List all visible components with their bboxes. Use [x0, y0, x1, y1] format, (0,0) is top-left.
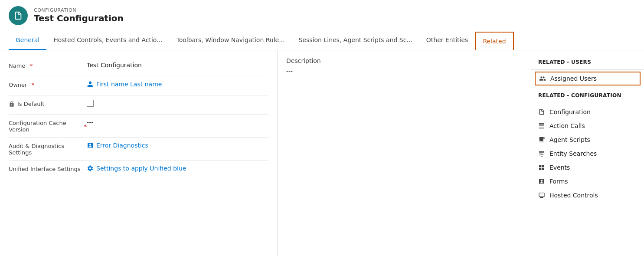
title-group: CONFIGURATION Test Configuration — [34, 7, 124, 23]
related-divider-2 — [531, 103, 644, 103]
agent-scripts-label: Agent Scripts — [549, 136, 590, 143]
app-title: Test Configuration — [34, 13, 124, 23]
hosted-controls-icon — [538, 192, 545, 199]
related-item-agent-scripts[interactable]: Agent Scripts — [531, 133, 644, 147]
configuration-icon — [538, 108, 545, 115]
value-unified[interactable]: Settings to apply Unified blue — [87, 165, 268, 172]
related-section-users: Related - Users — [531, 56, 644, 68]
tab-bar: General Hosted Controls, Events and Acti… — [0, 31, 644, 50]
value-audit[interactable]: Error Diagnostics — [87, 142, 268, 149]
lock-icon — [9, 101, 15, 107]
field-row-name: Name * Test Configuration — [9, 57, 268, 76]
related-item-events[interactable]: Events — [531, 161, 644, 174]
tab-session-lines[interactable]: Session Lines, Agent Scripts and Sc... — [292, 31, 419, 50]
tab-related[interactable]: Related — [475, 32, 513, 50]
related-item-action-calls[interactable]: Action Calls — [531, 119, 644, 133]
events-label: Events — [549, 164, 570, 171]
agent-scripts-icon — [538, 136, 545, 143]
forms-icon — [538, 178, 545, 185]
document-icon — [13, 11, 23, 20]
app-subtitle: CONFIGURATION — [34, 7, 124, 13]
tab-other-entities[interactable]: Other Entities — [419, 31, 475, 50]
required-indicator-cache: * — [84, 123, 87, 130]
settings-icon — [87, 165, 94, 172]
description-panel: Description --- — [278, 50, 531, 256]
events-icon — [538, 164, 545, 171]
main-content: Name * Test Configuration Owner * First … — [0, 50, 644, 256]
label-name: Name * — [9, 62, 87, 69]
field-row-config-cache: Configuration Cache Version * --- — [9, 115, 268, 138]
is-default-checkbox[interactable] — [87, 100, 94, 107]
entity-searches-icon — [538, 150, 545, 157]
description-value: --- — [286, 68, 522, 75]
value-config-cache: --- — [87, 119, 268, 126]
app-icon — [9, 6, 28, 25]
label-audit: Audit & Diagnostics Settings — [9, 142, 87, 156]
related-divider-1 — [531, 69, 644, 70]
value-name: Test Configuration — [87, 62, 268, 69]
entity-searches-label: Entity Searches — [549, 150, 597, 157]
tab-toolbars[interactable]: Toolbars, Window Navigation Rule... — [170, 31, 292, 50]
tab-hosted-controls[interactable]: Hosted Controls, Events and Actio... — [46, 31, 169, 50]
forms-label: Forms — [549, 178, 568, 185]
related-item-configuration[interactable]: Configuration — [531, 105, 644, 119]
tab-general[interactable]: General — [9, 31, 46, 50]
related-section-configuration: Related - Configuration — [531, 89, 644, 101]
configuration-label: Configuration — [549, 108, 591, 115]
assigned-users-icon — [539, 75, 546, 82]
related-item-hosted-controls[interactable]: Hosted Controls — [531, 188, 644, 202]
related-item-assigned-users[interactable]: Assigned Users — [535, 72, 641, 85]
related-panel: Related - Users Assigned Users Related -… — [531, 50, 644, 256]
field-row-unified: Unified Interface Settings Settings to a… — [9, 161, 268, 180]
value-owner[interactable]: First name Last name — [87, 81, 268, 88]
label-unified: Unified Interface Settings — [9, 165, 87, 172]
hosted-controls-label: Hosted Controls — [549, 192, 598, 199]
form-panel: Name * Test Configuration Owner * First … — [0, 50, 278, 256]
field-row-is-default: Is Default — [9, 95, 268, 115]
related-item-entity-searches[interactable]: Entity Searches — [531, 147, 644, 161]
app-header: CONFIGURATION Test Configuration — [0, 0, 644, 31]
diagnostics-icon — [87, 142, 94, 149]
field-row-audit: Audit & Diagnostics Settings Error Diagn… — [9, 138, 268, 161]
action-calls-icon — [538, 122, 545, 129]
label-is-default: Is Default — [9, 100, 87, 107]
label-owner: Owner * — [9, 81, 87, 88]
label-config-cache: Configuration Cache Version * — [9, 119, 87, 133]
related-item-forms[interactable]: Forms — [531, 174, 644, 188]
field-row-owner: Owner * First name Last name — [9, 76, 268, 95]
required-indicator-owner: * — [31, 82, 34, 88]
value-is-default — [87, 100, 268, 108]
person-icon — [87, 81, 94, 88]
description-label: Description — [286, 57, 522, 64]
assigned-users-label: Assigned Users — [550, 75, 597, 82]
action-calls-label: Action Calls — [549, 122, 585, 129]
required-indicator: * — [29, 62, 33, 69]
